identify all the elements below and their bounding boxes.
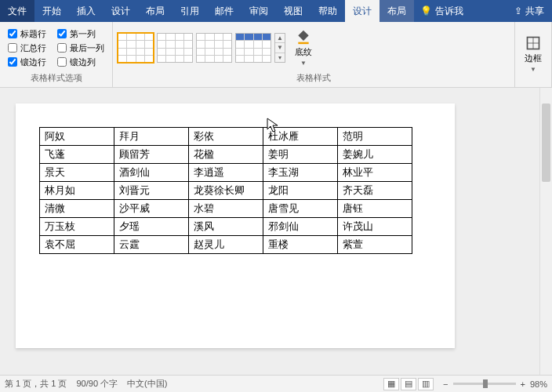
tab-view[interactable]: 视图 (276, 0, 310, 22)
shading-label: 底纹 (295, 46, 312, 58)
table-cell[interactable]: 邪剑仙 (263, 218, 338, 236)
table-cell[interactable]: 龙阳 (263, 182, 338, 200)
table-cell[interactable]: 阿奴 (40, 128, 114, 146)
tab-insert[interactable]: 插入 (69, 0, 104, 22)
check-label: 镶边行 (20, 56, 46, 68)
table-row: 飞蓬顾留芳花楹姜明姜婉儿 (40, 146, 412, 164)
document-table[interactable]: 阿奴拜月彩依杜冰雁范明飞蓬顾留芳花楹姜明姜婉儿景天酒剑仙李逍遥李玉湖林业平林月如… (39, 127, 412, 254)
table-style-thumb[interactable] (235, 33, 271, 63)
check-banded-cols[interactable]: 镶边列 (57, 56, 104, 68)
table-cell[interactable]: 沙平威 (114, 200, 189, 218)
zoom-level[interactable]: 98% (530, 379, 547, 389)
group-label: 表格样式选项 (5, 71, 107, 84)
tab-home[interactable]: 开始 (34, 0, 69, 22)
table-cell[interactable]: 姜婉儿 (338, 146, 412, 164)
table-cell[interactable]: 万玉枝 (40, 218, 114, 236)
tab-design[interactable]: 设计 (104, 0, 138, 22)
tab-references[interactable]: 引用 (172, 0, 207, 22)
ribbon-tab-bar: 文件 开始 插入 设计 布局 引用 邮件 审阅 视图 帮助 设计 布局 💡 告诉… (0, 0, 552, 22)
table-cell[interactable]: 李逍遥 (189, 164, 263, 182)
check-label: 第一列 (70, 28, 96, 40)
chevron-down-icon: ▼ (530, 66, 536, 73)
table-cell[interactable]: 酒剑仙 (114, 164, 189, 182)
table-cell[interactable]: 彩依 (189, 128, 263, 146)
view-print-layout[interactable]: ▤ (401, 378, 416, 390)
table-row: 景天酒剑仙李逍遥李玉湖林业平 (40, 164, 412, 182)
tab-file[interactable]: 文件 (0, 0, 34, 22)
view-web-layout[interactable]: ▥ (418, 378, 434, 390)
status-word-count[interactable]: 90/90 个字 (76, 378, 118, 390)
scrollbar-thumb[interactable] (542, 103, 550, 182)
table-row: 万玉枝夕瑶溪风邪剑仙许茂山 (40, 218, 412, 236)
status-page[interactable]: 第 1 页，共 1 页 (5, 378, 67, 390)
borders-button[interactable]: 边框 ▼ (520, 32, 547, 76)
table-cell[interactable]: 李玉湖 (263, 164, 338, 182)
table-cell[interactable]: 袁不屈 (40, 236, 114, 254)
table-cell[interactable]: 水碧 (189, 200, 263, 218)
table-cell[interactable]: 许茂山 (338, 218, 412, 236)
table-cell[interactable]: 花楹 (189, 146, 263, 164)
group-borders: 边框 ▼ (515, 22, 552, 87)
group-table-style-options: 标题行 汇总行 镶边行 第一列 最后一列 镶边列 表格样式选项 (0, 22, 113, 87)
tab-mail[interactable]: 邮件 (207, 0, 242, 22)
table-cell[interactable]: 景天 (40, 164, 114, 182)
tab-table-layout[interactable]: 布局 (380, 0, 414, 22)
table-cell[interactable]: 龙葵徐长卿 (189, 182, 263, 200)
status-bar: 第 1 页，共 1 页 90/90 个字 中文(中国) ▦ ▤ ▥ − + 98… (0, 375, 552, 392)
tab-review[interactable]: 审阅 (242, 0, 276, 22)
share-icon: ⇪ (514, 5, 522, 16)
table-cell[interactable]: 齐天磊 (338, 182, 412, 200)
tell-me[interactable]: 💡 告诉我 (414, 0, 470, 22)
check-total-row[interactable]: 汇总行 (8, 42, 46, 54)
table-cell[interactable]: 夕瑶 (114, 218, 189, 236)
table-cell[interactable]: 范明 (338, 128, 412, 146)
table-cell[interactable]: 溪风 (189, 218, 263, 236)
zoom-slider[interactable] (453, 383, 516, 385)
table-cell[interactable]: 姜明 (263, 146, 338, 164)
table-style-thumb[interactable] (118, 33, 154, 63)
table-style-thumb[interactable] (196, 33, 232, 63)
zoom-out-button[interactable]: − (443, 379, 448, 389)
check-label: 标题行 (20, 28, 46, 40)
gallery-more-button[interactable]: ▲▼▾ (274, 33, 285, 63)
table-cell[interactable]: 刘晋元 (114, 182, 189, 200)
table-cell[interactable]: 林月如 (40, 182, 114, 200)
table-style-gallery: ▲▼▾ (118, 33, 285, 63)
tab-layout[interactable]: 布局 (138, 0, 172, 22)
view-mode-buttons: ▦ ▤ ▥ (383, 378, 434, 390)
table-cell[interactable]: 飞蓬 (40, 146, 114, 164)
check-last-col[interactable]: 最后一列 (57, 42, 104, 54)
table-cell[interactable]: 清微 (40, 200, 114, 218)
check-banded-rows[interactable]: 镶边行 (8, 56, 46, 68)
table-cell[interactable]: 赵灵儿 (189, 236, 263, 254)
group-label: 表格样式 (118, 71, 510, 84)
zoom-in-button[interactable]: + (521, 379, 525, 389)
table-style-thumb[interactable] (157, 33, 193, 63)
table-row: 清微沙平威水碧唐雪见唐钰 (40, 200, 412, 218)
group-label (520, 82, 547, 84)
table-cell[interactable]: 紫萱 (338, 236, 412, 254)
table-cell[interactable]: 林业平 (338, 164, 412, 182)
check-header-row[interactable]: 标题行 (8, 28, 46, 40)
share-button[interactable]: ⇪ 共享 (507, 0, 552, 22)
tab-help[interactable]: 帮助 (310, 0, 345, 22)
vertical-scrollbar[interactable] (539, 88, 552, 375)
group-table-styles: ▲▼▾ 底纹 ▼ 表格样式 (113, 22, 515, 87)
table-cell[interactable]: 云霆 (114, 236, 189, 254)
table-cell[interactable]: 重楼 (263, 236, 338, 254)
zoom-slider-thumb[interactable] (483, 379, 488, 388)
table-cell[interactable]: 拜月 (114, 128, 189, 146)
status-language[interactable]: 中文(中国) (127, 378, 167, 390)
view-read-mode[interactable]: ▦ (383, 378, 399, 390)
paint-bucket-icon (296, 29, 311, 45)
document-area[interactable]: 阿奴拜月彩依杜冰雁范明飞蓬顾留芳花楹姜明姜婉儿景天酒剑仙李逍遥李玉湖林业平林月如… (0, 88, 552, 375)
check-first-col[interactable]: 第一列 (57, 28, 104, 40)
shading-button[interactable]: 底纹 ▼ (290, 26, 317, 70)
tab-table-design[interactable]: 设计 (345, 0, 380, 22)
table-cell[interactable]: 顾留芳 (114, 146, 189, 164)
lightbulb-icon: 💡 (420, 5, 432, 16)
table-cell[interactable]: 唐钰 (338, 200, 412, 218)
table-cell[interactable]: 唐雪见 (263, 200, 338, 218)
table-cell[interactable]: 杜冰雁 (263, 128, 338, 146)
check-label: 汇总行 (20, 42, 46, 54)
